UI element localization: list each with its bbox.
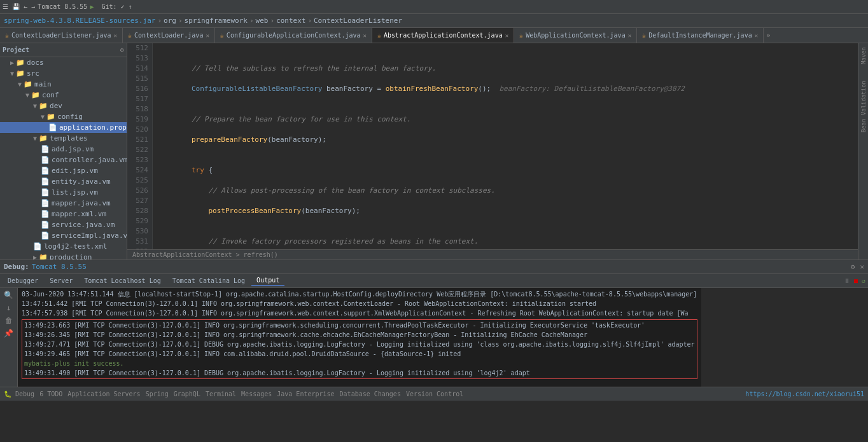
run-btn[interactable]: ▶	[90, 3, 94, 10]
tab-label-5: ☕	[642, 32, 646, 39]
sidebar-item-label: add.jsp.vm	[52, 145, 94, 153]
file-icon: 📄	[41, 156, 50, 164]
console-output[interactable]: 03-Jun-2020 13:47:51.144 信息 [localhost-s…	[18, 288, 701, 387]
sidebar-item-serviceimpl-vm[interactable]: 📄 serviceImpl.java.vm	[0, 230, 127, 241]
editor-breadcrumb-bottom: AbstractApplicationContext > refresh()	[127, 249, 858, 259]
sidebar-item-service-vm[interactable]: 📄 service.java.vm	[0, 219, 127, 230]
sidebar-item-label: conf	[42, 91, 59, 99]
chevron-down-icon: ▼	[10, 70, 14, 77]
tab-abstractappcontext[interactable]: ☕ AbstractApplicationContext.java ✕	[372, 28, 514, 43]
sidebar-item-add-jsp[interactable]: 📄 add.jsp.vm	[0, 144, 127, 155]
sidebar-item-mapper-vm[interactable]: 📄 mapper.java.vm	[0, 198, 127, 209]
pin-icon[interactable]: 📌	[4, 329, 13, 338]
tab-webappcontext[interactable]: ☕ WebApplicationContext.java ✕	[514, 28, 637, 43]
sidebar-item-label: mapper.java.vm	[52, 199, 111, 207]
sidebar-item-main[interactable]: ▼ 📁 main	[0, 79, 127, 90]
breadcrumb-item-5[interactable]: ContextLoaderListener	[314, 17, 402, 25]
tab-label-3: ☕	[377, 32, 381, 39]
bean-validation-label[interactable]: Bean Validation	[859, 79, 868, 134]
settings-icon[interactable]: ⚙	[851, 263, 855, 271]
debug-tab-tomcat-localhost[interactable]: Tomcat Localhost Log	[79, 276, 165, 286]
main-layout: Project ⚙ ▶ 📁 docs ▼ 📁 src ▼ 📁 main ▼ 📁 …	[0, 43, 868, 259]
status-todo[interactable]: 6 TODO	[39, 390, 62, 397]
sidebar-item-docs[interactable]: ▶ 📁 docs	[0, 57, 127, 68]
status-terminal[interactable]: Terminal	[206, 390, 236, 397]
debug-tabs: Debugger Server Tomcat Localhost Log Tom…	[0, 274, 868, 288]
status-version-control[interactable]: Version Control	[406, 390, 463, 397]
sidebar-item-production[interactable]: ▶ 📁 production	[0, 252, 127, 259]
debug-tab-tomcat-catalina[interactable]: Tomcat Catalina Log	[167, 276, 250, 286]
maven-label[interactable]: Maven	[859, 46, 868, 66]
sidebar-item-templates[interactable]: ▼ 📁 templates	[0, 133, 127, 144]
debug-tab-debugger[interactable]: Debugger	[3, 276, 43, 286]
toolbar-icons: ☰ 💾 ← →	[3, 3, 35, 10]
sidebar-item-src[interactable]: ▼ 📁 src	[0, 68, 127, 79]
stop-icon[interactable]: ■	[854, 277, 858, 284]
breadcrumb-item-3[interactable]: web	[256, 17, 269, 25]
log-box-group: 13:49:23.663 [RMI TCP Connection(3)-127.…	[22, 319, 697, 379]
breadcrumb-item-2[interactable]: springframework	[185, 17, 248, 25]
restart-icon[interactable]: ↺	[862, 277, 865, 284]
tab-contextloader[interactable]: ☕ ContextLoader.java ✕	[123, 28, 215, 43]
tab-overflow[interactable]: »	[766, 31, 771, 39]
debug-tab-output[interactable]: Output	[251, 275, 284, 286]
tomcat-debug-label: Tomcat 8.5.55	[32, 263, 87, 271]
sidebar-item-dev[interactable]: ▼ 📁 dev	[0, 100, 127, 111]
sidebar-item-label: src	[27, 69, 39, 78]
sidebar-item-edit-jsp[interactable]: 📄 edit.jsp.vm	[0, 165, 127, 176]
sidebar-item-label: serviceImpl.java.vm	[52, 231, 127, 240]
status-java-enterprise[interactable]: Java Enterprise	[277, 390, 334, 397]
sidebar-item-label: docs	[27, 59, 44, 67]
debug-sidebar: 🔍 ↓ 🗑 📌	[0, 288, 18, 387]
status-db-changes[interactable]: Database Changes	[340, 390, 401, 397]
folder-icon: 📁	[39, 134, 48, 142]
scroll-icon[interactable]: ↓	[6, 303, 11, 312]
tab-contextloaderlistener[interactable]: ☕ ContextLoaderListener.java ✕	[0, 28, 123, 43]
pause-icon[interactable]: ⏸	[844, 277, 850, 284]
sidebar-item-label: entity.java.vm	[52, 177, 111, 186]
tab-defaultinstancemanager[interactable]: ☕ DefaultInstanceManager.java ✕	[637, 28, 764, 43]
status-spring[interactable]: Spring	[146, 390, 169, 397]
clear-icon[interactable]: 🗑	[5, 316, 13, 325]
status-graphql[interactable]: GraphQL	[174, 390, 200, 397]
code-line-523: // Invoke factory processors registered …	[158, 237, 853, 247]
sidebar-item-application-properties[interactable]: 📄 application.properties	[0, 122, 127, 133]
sidebar-title: Project	[3, 46, 29, 53]
breadcrumb-item-0[interactable]: spring-web-4.3.8.RELEASE-sources.jar	[4, 17, 155, 25]
chevron-down-icon: ▼	[18, 81, 22, 88]
log-line-0: 03-Jun-2020 13:47:51.144 信息 [localhost-s…	[22, 289, 697, 299]
sidebar-tools[interactable]: ⚙	[120, 46, 124, 53]
file-icon: 📄	[48, 123, 57, 132]
sidebar-item-controller-vm[interactable]: 📄 controller.java.vm	[0, 155, 127, 165]
sidebar-item-label: log4j2-test.xml	[44, 242, 107, 251]
status-left: 🐛 Debug 6 TODO Application Servers Sprin…	[4, 390, 463, 397]
chevron-right-icon: ▶	[10, 59, 14, 66]
status-messages[interactable]: Messages	[241, 390, 272, 397]
sidebar-item-conf[interactable]: ▼ 📁 conf	[0, 90, 127, 100]
tab-label-4: ☕	[519, 32, 523, 39]
folder-icon: 📁	[39, 102, 48, 110]
sidebar-item-config[interactable]: ▼ 📁 config	[0, 111, 127, 122]
status-bar: 🐛 Debug 6 TODO Application Servers Sprin…	[0, 387, 868, 401]
status-blog-link[interactable]: https://blog.csdn.net/xiaorui51	[745, 390, 864, 397]
code-line-520: // Allows post-processing of the bean fa…	[158, 186, 853, 196]
folder-icon: 📁	[39, 253, 48, 259]
tab-configurableappcontext[interactable]: ☕ ConfigurableApplicationContext.java ✕	[215, 28, 372, 43]
debug-tab-server[interactable]: Server	[45, 276, 78, 286]
line-numbers: 512 513 514 515 516 517 518 519 520 521 …	[127, 43, 153, 259]
code-content[interactable]: // Tell the subclass to refresh the inte…	[153, 43, 858, 259]
file-icon: 📄	[41, 177, 50, 186]
sidebar-item-log4j2[interactable]: 📄 log4j2-test.xml	[0, 241, 127, 252]
code-editor[interactable]: 512 513 514 515 516 517 518 519 520 521 …	[127, 43, 858, 259]
status-app-servers[interactable]: Application Servers	[67, 390, 140, 397]
close-debug-icon[interactable]: ✕	[860, 263, 864, 271]
sidebar-item-entity-vm[interactable]: 📄 entity.java.vm	[0, 176, 127, 187]
filter-icon[interactable]: 🔍	[4, 291, 13, 300]
breadcrumb-item-1[interactable]: org	[164, 17, 176, 25]
sidebar-item-label: config	[57, 113, 83, 121]
log-line-8: 13:49:31.490 [RMI TCP Connection(3)-127.…	[24, 368, 695, 378]
sidebar-item-list-jsp[interactable]: 📄 list.jsp.vm	[0, 187, 127, 198]
status-debug[interactable]: 🐛 Debug	[4, 390, 34, 397]
breadcrumb-item-4[interactable]: context	[276, 17, 305, 25]
sidebar-item-mapper-xml-vm[interactable]: 📄 mapper.xml.vm	[0, 209, 127, 219]
